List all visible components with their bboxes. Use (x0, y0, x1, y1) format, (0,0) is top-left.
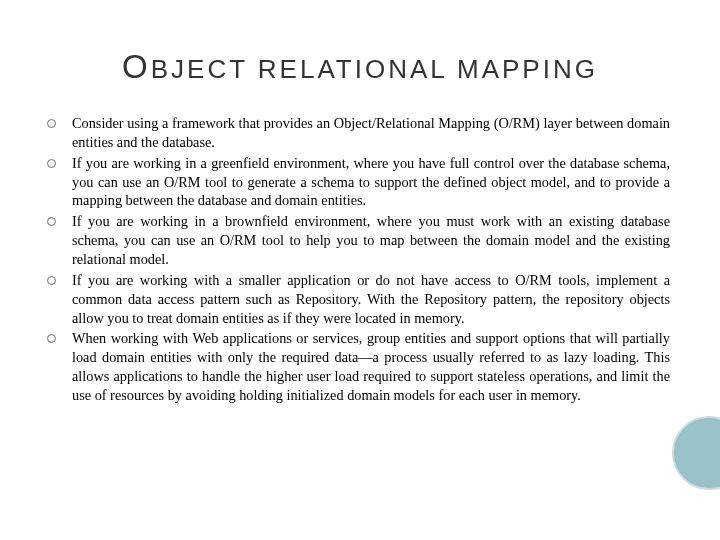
bullet-text: If you are working in a greenfield envir… (72, 155, 670, 209)
bullet-item: If you are working in a greenfield envir… (44, 154, 670, 211)
slide: OBJECT RELATIONAL MAPPING Consider using… (0, 0, 720, 540)
bullet-text: When working with Web applications or se… (72, 330, 670, 403)
bullet-item: If you are working in a brownfield envir… (44, 212, 670, 269)
bullet-item: When working with Web applications or se… (44, 329, 670, 404)
bullet-item: If you are working with a smaller applic… (44, 271, 670, 328)
accent-circle-icon (672, 416, 720, 490)
title-text: BJECT RELATIONAL MAPPING (151, 54, 598, 84)
bullet-text: Consider using a framework that provides… (72, 115, 670, 150)
title-dropcap: O (122, 48, 151, 85)
bullet-item: Consider using a framework that provides… (44, 114, 670, 152)
bullet-list: Consider using a framework that provides… (44, 114, 676, 405)
slide-title: OBJECT RELATIONAL MAPPING (44, 48, 676, 86)
bullet-text: If you are working with a smaller applic… (72, 272, 670, 326)
bullet-text: If you are working in a brownfield envir… (72, 213, 670, 267)
